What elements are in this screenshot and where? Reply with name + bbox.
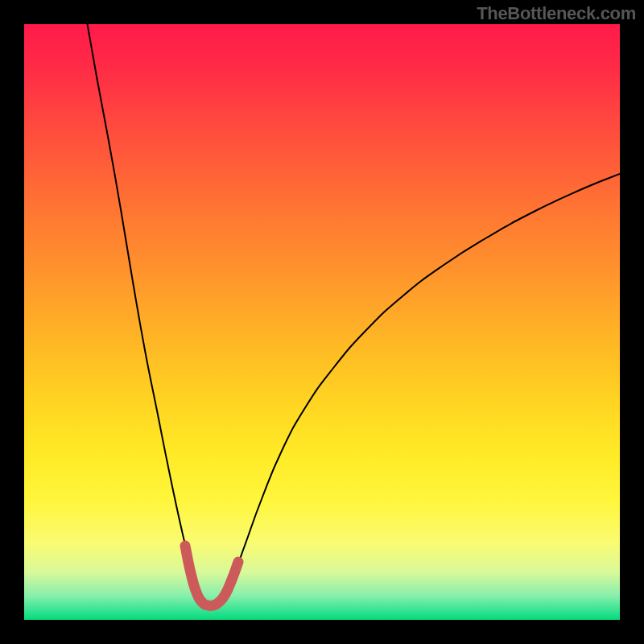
plot-area	[24, 24, 620, 620]
minimum-marker	[185, 546, 238, 606]
watermark-text: TheBottleneck.com	[477, 3, 636, 24]
bottleneck-curve	[85, 24, 620, 606]
chart-frame	[0, 0, 644, 644]
marker-layer	[24, 24, 620, 620]
curve-layer	[24, 24, 620, 620]
